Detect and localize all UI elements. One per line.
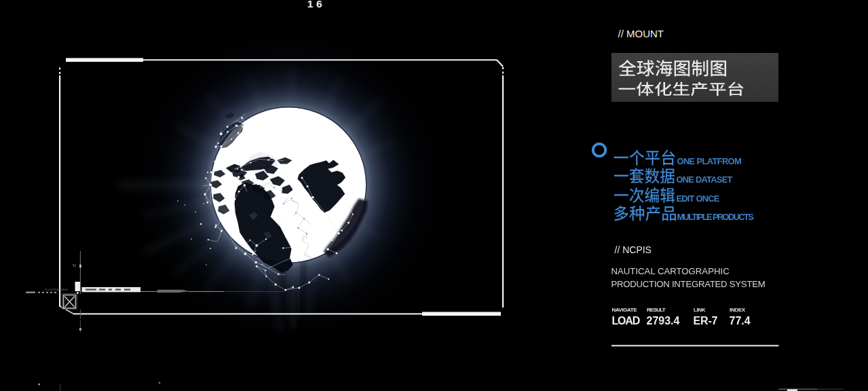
svg-text:50: 50 (73, 264, 77, 267)
svg-text:F-cd 2019-A CLASS: F-cd 2019-A CLASS (45, 288, 68, 291)
